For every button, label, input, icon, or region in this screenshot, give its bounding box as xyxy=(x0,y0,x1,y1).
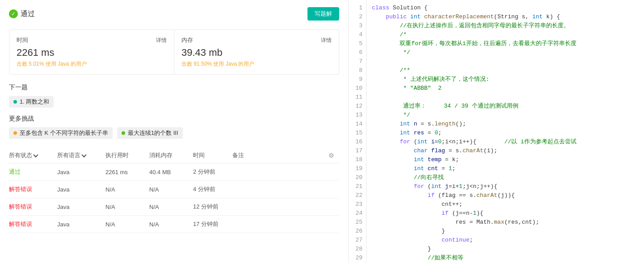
line-number: 26 xyxy=(349,227,366,236)
row-date: 12 分钟前 xyxy=(193,203,229,211)
code-line: int temp = k; xyxy=(372,155,644,164)
code-line: /* xyxy=(372,30,644,39)
challenge-tag-2[interactable]: 最大连续1的个数 III xyxy=(117,127,183,139)
row-time: N/A xyxy=(105,186,146,193)
line-number: 25 xyxy=(349,218,366,227)
line-number: 16 xyxy=(349,138,366,146)
row-time: 2261 ms xyxy=(105,169,146,175)
line-number: 2 xyxy=(349,13,366,21)
line-number: 7 xyxy=(349,57,366,66)
code-line: continue; xyxy=(372,236,644,245)
row-memory: N/A xyxy=(149,186,189,193)
row-status[interactable]: 通过 xyxy=(9,168,54,176)
code-line: //如果不相等 xyxy=(372,254,644,263)
line-number: 19 xyxy=(349,164,366,173)
challenge-tag-1[interactable]: 至多包含 K 个不同字符的最长子串 xyxy=(9,127,113,139)
line-number: 1 xyxy=(349,4,366,13)
pass-label: 通过 xyxy=(21,9,35,19)
left-panel: ✓ 通过 写题解 时间 详情 2261 ms 击败 5.01% 使用 Java … xyxy=(0,0,349,263)
line-number: 12 xyxy=(349,102,366,111)
time-header-label: 执行用时 xyxy=(105,152,129,159)
line-numbers: 1234567891011121314151617181920212223242… xyxy=(349,0,366,263)
note-header-label: 备注 xyxy=(232,152,244,159)
code-line: char flag = s.charAt(i); xyxy=(372,146,644,155)
date-col-header: 时间 xyxy=(193,151,229,159)
status-header-label: 所有状态 xyxy=(9,151,32,159)
code-line: int n = s.length(); xyxy=(372,120,644,129)
row-memory: N/A xyxy=(149,221,189,228)
code-line: 通过率： 34 / 39 个通过的测试用例 xyxy=(372,102,644,111)
memory-stat-box: 内存 详情 39.43 mb 击败 91.50% 使用 Java 的用户 xyxy=(174,30,339,74)
row-language: Java xyxy=(57,221,102,228)
time-value: 2261 ms xyxy=(17,47,167,58)
challenge-tags: 至多包含 K 个不同字符的最长子串 最大连续1的个数 III xyxy=(9,127,339,139)
pass-header: ✓ 通过 写题解 xyxy=(9,7,339,21)
code-line: int res = 0; xyxy=(372,129,644,138)
line-number: 8 xyxy=(349,66,366,75)
code-line: /** xyxy=(372,66,644,75)
pass-status: ✓ 通过 xyxy=(9,9,35,19)
code-editor[interactable]: 1234567891011121314151617181920212223242… xyxy=(349,0,644,263)
write-solution-button[interactable]: 写题解 xyxy=(307,7,339,21)
code-line: //在执行上述操作后，返回包含相同字母的最长子字符串的长度。 xyxy=(372,21,644,30)
line-number: 28 xyxy=(349,245,366,254)
code-line: //向右寻找 xyxy=(372,173,644,182)
dot-icon xyxy=(13,100,17,104)
line-number: 29 xyxy=(349,254,366,263)
line-number: 23 xyxy=(349,200,366,209)
challenges-title: 更多挑战 xyxy=(9,115,339,123)
mem-col-header: 消耗内存 xyxy=(149,151,189,159)
lang-chevron-icon xyxy=(81,152,86,157)
next-problem-title: 下一题 xyxy=(9,83,339,92)
status-col-header[interactable]: 所有状态 xyxy=(9,151,54,159)
line-number: 6 xyxy=(349,48,366,57)
green-dot-icon xyxy=(122,131,125,135)
note-col-header: 备注 xyxy=(232,151,325,159)
table-header: 所有状态 所有语言 执行用时 消耗内存 时间 备注 ⚙ xyxy=(9,148,339,163)
row-status[interactable]: 解答错误 xyxy=(9,185,54,193)
line-number: 20 xyxy=(349,173,366,182)
row-date: 2 分钟前 xyxy=(193,168,229,176)
challenge-label-2: 最大连续1的个数 III xyxy=(128,129,178,137)
line-number: 17 xyxy=(349,146,366,155)
lang-header-label: 所有语言 xyxy=(57,151,80,159)
check-icon: ✓ xyxy=(9,9,18,18)
code-line: public int characterReplacement(String s… xyxy=(372,13,644,21)
line-number: 13 xyxy=(349,111,366,120)
row-date: 4 分钟前 xyxy=(193,185,229,193)
memory-stat-header: 内存 详情 xyxy=(181,36,332,44)
time-stat-header: 时间 详情 xyxy=(17,36,167,44)
code-content[interactable]: class Solution { public int characterRep… xyxy=(366,0,644,263)
row-time: N/A xyxy=(105,221,146,228)
row-status[interactable]: 解答错误 xyxy=(9,203,54,211)
table-row: 解答错误 Java N/A N/A 17 分钟前 xyxy=(9,216,339,233)
line-number: 9 xyxy=(349,75,366,84)
settings-icon[interactable]: ⚙ xyxy=(328,152,339,159)
line-number: 22 xyxy=(349,191,366,200)
code-line xyxy=(372,57,644,66)
code-line: cnt++; xyxy=(372,200,644,209)
next-problem-tag[interactable]: 1. 两数之和 xyxy=(9,96,54,108)
row-language: Java xyxy=(57,186,102,193)
memory-detail-link[interactable]: 详情 xyxy=(321,37,332,44)
code-line: */ xyxy=(372,111,644,120)
code-line: class Solution { xyxy=(372,4,644,13)
orange-dot-icon xyxy=(13,131,17,135)
submissions-table: 通过 Java 2261 ms 40.4 MB 2 分钟前 解答错误 Java … xyxy=(9,163,339,233)
row-status[interactable]: 解答错误 xyxy=(9,220,54,228)
code-line xyxy=(372,93,644,102)
code-line: if (flag == s.charAt(j)){ xyxy=(372,191,644,200)
row-memory: N/A xyxy=(149,204,189,210)
code-line: * "ABBB" 2 xyxy=(372,84,644,93)
lang-col-header[interactable]: 所有语言 xyxy=(57,151,102,159)
code-line: } xyxy=(372,227,644,236)
code-line: } xyxy=(372,245,644,254)
status-chevron-icon xyxy=(33,152,38,157)
code-line: res = Math.max(res,cnt); xyxy=(372,218,644,227)
line-number: 21 xyxy=(349,182,366,191)
code-line: for (int i=0;i<n;i++){ //以 i作为参考起点去尝试 xyxy=(372,138,644,146)
time-detail-link[interactable]: 详情 xyxy=(156,37,167,44)
stats-row: 时间 详情 2261 ms 击败 5.01% 使用 Java 的用户 内存 详情… xyxy=(9,29,339,75)
code-line: 双重for循环，每次都从i开始，往后遍历，去看最大的子字符串长度 xyxy=(372,39,644,48)
code-line: * 上述代码解决不了，这个情况: xyxy=(372,75,644,84)
